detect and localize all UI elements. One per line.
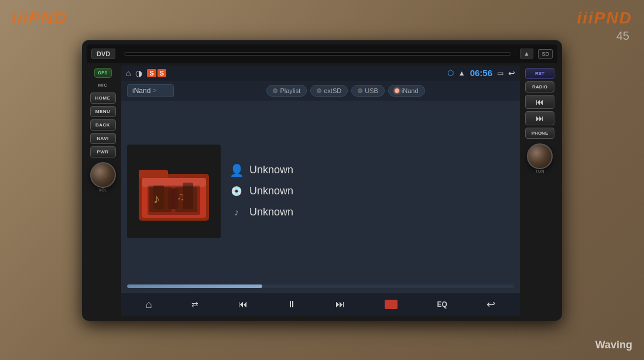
phone-button[interactable]: PHONE <box>525 128 554 139</box>
back-side-button[interactable]: BACK <box>90 119 116 131</box>
progress-section <box>121 282 520 293</box>
playlist-label: Playlist <box>280 87 300 94</box>
screen-mirror-icon: ▭ <box>497 69 503 77</box>
android-status-bar: ⌂ ◑ S S ⬡ ▲ 06:56 ▭ ↩ <box>121 66 520 81</box>
main-screen: ⌂ ◑ S S ⬡ ▲ 06:56 ▭ ↩ <box>121 66 520 316</box>
title-row: ♪ Unknown <box>229 205 514 220</box>
progress-bar-fill <box>127 284 262 288</box>
svg-text:♪: ♪ <box>153 191 160 206</box>
brightness-icon: ◑ <box>135 68 142 78</box>
time-display: 06:56 <box>470 68 492 78</box>
back-ctrl-button[interactable]: ↩ <box>483 296 499 313</box>
svg-rect-1 <box>139 170 168 179</box>
prev-track-button[interactable]: ⏮ <box>525 95 554 109</box>
usb-dot <box>358 88 362 93</box>
source-bar: iNand > Playlist extSD <box>121 81 520 101</box>
artist-text: Unknown <box>249 164 293 176</box>
extsd-label: extSD <box>324 87 341 94</box>
navi-side-button[interactable]: NAVI <box>90 133 116 144</box>
svg-rect-8 <box>149 187 172 212</box>
player-content: ♪ ♫ 👤 Unknown 💿 Un <box>121 101 520 282</box>
dvd-label: DVD <box>91 49 115 59</box>
artist-icon: 👤 <box>229 163 244 177</box>
music-player: iNand > Playlist extSD <box>121 81 520 316</box>
folder-art-svg: ♪ ♫ <box>133 153 215 229</box>
watermark-bottom-right: Waving <box>595 339 632 351</box>
dvd-slot <box>124 52 511 56</box>
home-side-button[interactable]: HOME <box>90 92 116 104</box>
inand-tab-label: iNand <box>402 87 419 94</box>
home-ctrl-button[interactable]: ⌂ <box>142 296 156 313</box>
title-icon: ♪ <box>229 205 244 220</box>
svg-rect-6 <box>142 178 206 187</box>
shuffle-button[interactable]: ⇄ <box>188 297 202 311</box>
bluetooth-icon: ⬡ <box>447 68 454 77</box>
playlist-dot <box>273 88 278 93</box>
stop-button[interactable] <box>381 297 401 311</box>
menu-side-button[interactable]: MENU <box>90 106 116 117</box>
tab-extsd[interactable]: extSD <box>310 85 348 97</box>
right-side-buttons: RST RADIO ⏮ ⏭ PHONE TUN <box>522 66 557 316</box>
tab-inand[interactable]: iNand <box>388 85 425 97</box>
home-status-icon[interactable]: ⌂ <box>126 68 131 78</box>
eq-button[interactable]: EQ <box>433 298 450 311</box>
ss-box-1: S <box>147 69 156 77</box>
outer-background: iiiPND iiiPND Waving 45 DVD ▲ SD GPS MIC… <box>0 0 644 360</box>
play-pause-button[interactable]: ⏸ <box>283 297 300 312</box>
eject-button[interactable]: ▲ <box>520 49 534 59</box>
dvd-top-bar: DVD ▲ SD <box>87 44 557 63</box>
next-track-button[interactable]: ⏭ <box>525 111 554 125</box>
tun-knob[interactable] <box>527 143 553 169</box>
rst-button[interactable]: RST <box>525 68 554 79</box>
svg-text:♫: ♫ <box>177 191 185 203</box>
tun-label: TUN <box>527 169 553 173</box>
vol-label: VOL <box>90 188 116 192</box>
car-head-unit: DVD ▲ SD GPS MIC HOME MENU BACK NAVI PWR… <box>82 40 562 321</box>
title-text: Unknown <box>249 206 293 218</box>
inand-dot <box>395 88 399 93</box>
album-art: ♪ ♫ <box>127 145 221 238</box>
watermark-right: iiiPND <box>577 9 632 28</box>
stop-icon <box>385 300 398 309</box>
progress-bar-container[interactable] <box>127 284 514 288</box>
vol-knob[interactable] <box>90 162 116 188</box>
top-right-number: 45 <box>616 29 629 43</box>
ss-box-2: S <box>157 69 166 77</box>
pwr-side-button[interactable]: PWR <box>90 146 116 157</box>
album-icon: 💿 <box>229 184 244 198</box>
left-side-buttons: GPS MIC HOME MENU BACK NAVI PWR VOL <box>87 66 119 316</box>
track-info: 👤 Unknown 💿 Unknown ♪ Unknown <box>229 163 514 220</box>
tab-usb[interactable]: USB <box>351 85 385 97</box>
back-status-icon[interactable]: ↩ <box>508 68 515 78</box>
device-body: GPS MIC HOME MENU BACK NAVI PWR VOL ⌂ ◑ <box>87 66 557 316</box>
prev-button[interactable]: ⏮ <box>235 297 251 312</box>
next-button[interactable]: ⏭ <box>332 297 348 312</box>
radio-button[interactable]: RADIO <box>525 81 554 92</box>
tab-playlist[interactable]: Playlist <box>266 85 307 97</box>
album-row: 💿 Unknown <box>229 184 514 198</box>
usb-label: USB <box>365 87 378 94</box>
album-text: Unknown <box>249 185 293 197</box>
folder-arrow: > <box>153 87 156 94</box>
gps-button[interactable]: GPS <box>94 68 112 78</box>
folder-name: iNand <box>132 87 150 95</box>
sd-label: SD <box>538 49 553 59</box>
ss-badge: S S <box>147 69 166 77</box>
extsd-dot <box>317 88 321 93</box>
wifi-icon: ▲ <box>458 69 465 77</box>
artist-row: 👤 Unknown <box>229 163 514 177</box>
playback-controls: ⌂ ⇄ ⏮ ⏸ ⏭ EQ ↩ <box>121 293 520 316</box>
watermark-left: iiiPND <box>12 9 67 28</box>
mic-label: MIC <box>94 80 112 90</box>
inand-folder-selector[interactable]: iNand > <box>127 84 174 97</box>
source-tabs-container: Playlist extSD USB <box>177 85 514 97</box>
